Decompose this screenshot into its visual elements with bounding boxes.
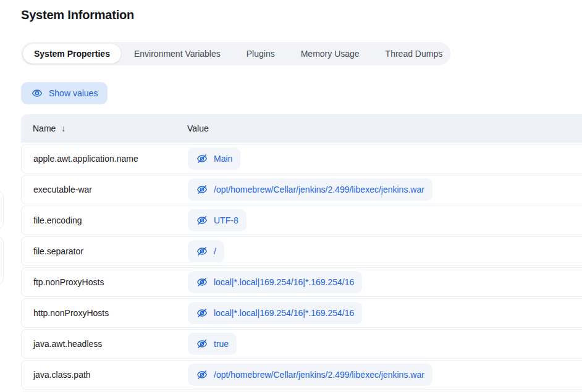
hidden-value-button[interactable]: Main (188, 148, 240, 170)
hidden-value-button[interactable]: local|*.local|169.254/16|*.169.254/16 (188, 271, 362, 293)
page-title: System Information (21, 0, 582, 23)
table-row: apple.awt.application.name Main (21, 144, 582, 173)
left-edge-card (0, 236, 4, 285)
eye-off-icon (196, 369, 208, 381)
hidden-value-button[interactable]: / (188, 240, 224, 262)
value-cell: / (188, 240, 582, 262)
eye-off-icon (196, 338, 208, 350)
table-body: apple.awt.application.name Main (21, 143, 582, 392)
property-value: Main (214, 154, 232, 164)
property-name: http.nonProxyHosts (22, 308, 188, 318)
property-name: ftp.nonProxyHosts (22, 277, 188, 287)
property-name: file.separator (22, 246, 188, 256)
value-cell: /opt/homebrew/Cellar/jenkins/2.499/libex… (188, 178, 582, 201)
hidden-value-button[interactable]: /opt/homebrew/Cellar/jenkins/2.499/libex… (188, 364, 432, 386)
column-header-name[interactable]: Name ↓ (21, 123, 187, 133)
value-cell: local|*.local|169.254/16|*.169.254/16 (188, 271, 582, 293)
table-row: java.class.path /opt/homebrew/Cellar/jen… (21, 360, 582, 390)
tab-environment-variables[interactable]: Environment Variables (121, 44, 234, 64)
property-name: java.awt.headless (22, 339, 188, 349)
value-cell: local|*.local|169.254/16|*.169.254/16 (188, 302, 582, 324)
show-values-label: Show values (49, 88, 98, 98)
table-header: Name ↓ Value (21, 114, 582, 143)
property-name: file.encoding (22, 215, 188, 225)
left-edge-card (0, 190, 4, 230)
property-value: /opt/homebrew/Cellar/jenkins/2.499/libex… (214, 370, 424, 380)
sort-descending-icon: ↓ (61, 123, 65, 133)
table-row: http.nonProxyHosts local|*.local|169.254… (21, 298, 582, 328)
eye-off-icon (196, 214, 208, 227)
tab-system-properties[interactable]: System Properties (23, 44, 121, 64)
system-properties-table: Name ↓ Value apple.awt.application.name (21, 114, 582, 392)
property-value: / (214, 246, 216, 256)
property-value: local|*.local|169.254/16|*.169.254/16 (214, 308, 354, 318)
property-value: true (214, 339, 229, 349)
table-row: ftp.nonProxyHosts local|*.local|169.254/… (21, 267, 582, 297)
property-value: /opt/homebrew/Cellar/jenkins/2.499/libex… (214, 185, 424, 194)
table-row: java.awt.headless true (21, 329, 582, 359)
eye-off-icon (196, 276, 208, 288)
property-value: local|*.local|169.254/16|*.169.254/16 (214, 277, 354, 287)
tab-memory-usage[interactable]: Memory Usage (288, 44, 373, 64)
value-cell: /opt/homebrew/Cellar/jenkins/2.499/libex… (188, 364, 582, 386)
hidden-value-button[interactable]: local|*.local|169.254/16|*.169.254/16 (188, 302, 362, 324)
tab-plugins[interactable]: Plugins (234, 44, 288, 64)
main-content: System Information System Properties Env… (21, 0, 582, 392)
eye-off-icon (196, 183, 208, 196)
property-name: executable-war (22, 185, 188, 194)
eye-off-icon (196, 245, 208, 257)
hidden-value-button[interactable]: true (188, 333, 237, 355)
table-row: executable-war /opt/homebrew/Cellar/jenk… (21, 175, 582, 204)
hidden-value-button[interactable]: UTF-8 (188, 209, 247, 231)
tab-bar: System Properties Environment Variables … (21, 42, 450, 65)
property-name: apple.awt.application.name (22, 154, 188, 164)
property-name: java.class.path (22, 370, 188, 380)
eye-icon (31, 87, 43, 99)
value-cell: Main (188, 148, 582, 170)
hidden-value-button[interactable]: /opt/homebrew/Cellar/jenkins/2.499/libex… (188, 178, 432, 201)
value-cell: UTF-8 (188, 209, 582, 231)
table-row: file.encoding UTF-8 (21, 206, 582, 235)
eye-off-icon (196, 307, 208, 319)
show-values-button[interactable]: Show values (21, 82, 108, 104)
property-value: UTF-8 (214, 215, 238, 225)
eye-off-icon (196, 152, 208, 165)
table-row: file.separator / (21, 236, 582, 266)
value-cell: true (188, 333, 582, 355)
tab-thread-dumps[interactable]: Thread Dumps (373, 44, 456, 64)
column-header-value: Value (187, 123, 209, 133)
